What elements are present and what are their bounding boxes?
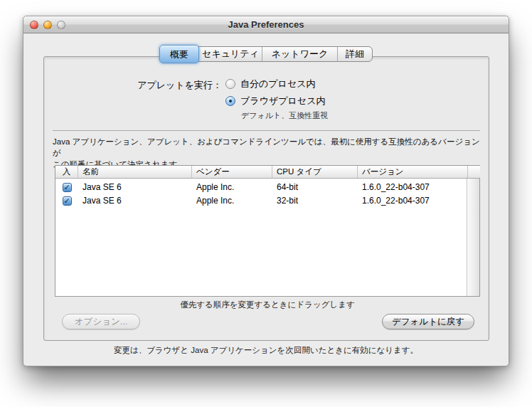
cell-name: Java SE 6 — [78, 181, 192, 194]
overview-tab-panel: アプレットを実行： 自分のプロセス内 ブラウザプロセス内 デフォルト、互換性重視… — [43, 56, 489, 341]
desktop: { "window": { "title": "Java Preferences… — [0, 0, 532, 407]
cell-version: 1.6.0_22-b04-307 — [358, 194, 468, 208]
description-line-1: Java アプリケーション、アプレット、およびコマンドラインツールでは、最初に使… — [53, 136, 482, 159]
cell-cpu-type: 32-bit — [272, 194, 358, 208]
cell-vendor: Apple Inc. — [192, 181, 272, 194]
radio-label-browser-process: ブラウザプロセス内 — [240, 95, 325, 107]
column-header-version[interactable]: バージョン — [358, 166, 468, 178]
drag-order-hint: 優先する順序を変更するときにドラッグします — [55, 300, 480, 310]
cell-vendor: Apple Inc. — [192, 194, 272, 208]
tab-details[interactable]: 詳細 — [337, 47, 372, 61]
radio-icon-browser-process[interactable] — [225, 96, 235, 106]
window-title: Java Preferences — [23, 16, 509, 33]
row-checkbox-cell: ✓ — [55, 194, 78, 208]
cell-cpu-type: 64-bit — [272, 181, 358, 194]
column-header-name[interactable]: 名前 — [78, 166, 192, 178]
radio-option-browser-process[interactable]: ブラウザプロセス内 — [225, 95, 325, 107]
java-versions-table: 入 名前 ベンダー CPU タイプ バージョン ✓ Java SE 6 Appl… — [55, 165, 480, 297]
java-preferences-window: Java Preferences 概要 セキュリティ ネットワーク 詳細 アプレ… — [23, 16, 509, 366]
radio-icon-own-process[interactable] — [225, 79, 235, 89]
table-row[interactable]: ✓ Java SE 6 Apple Inc. 64-bit 1.6.0_22-b… — [55, 181, 467, 194]
tab-bar: 概要 セキュリティ ネットワーク 詳細 — [161, 46, 373, 62]
column-header-cpu-type[interactable]: CPU タイプ — [272, 166, 358, 178]
column-header-enabled[interactable]: 入 — [55, 166, 78, 178]
table-row[interactable]: ✓ Java SE 6 Apple Inc. 32-bit 1.6.0_22-b… — [55, 194, 467, 208]
footer-note: 変更は、ブラウザと Java アプリケーションを次回開いたときに有効になります。 — [23, 345, 509, 356]
row-checkbox-cell: ✓ — [55, 181, 78, 194]
tab-security[interactable]: セキュリティ — [198, 47, 262, 61]
scrollbar-header-cell — [468, 166, 480, 178]
tab-network[interactable]: ネットワーク — [262, 47, 337, 61]
cell-version: 1.6.0_22-b04-307 — [358, 181, 468, 194]
checkbox-checked-icon[interactable]: ✓ — [63, 183, 72, 192]
tab-overview[interactable]: 概要 — [159, 45, 199, 63]
restore-defaults-button[interactable]: デフォルトに戻す — [382, 314, 474, 329]
radio-label-own-process: 自分のプロセス内 — [240, 78, 316, 90]
radio-option-own-process[interactable]: 自分のプロセス内 — [225, 78, 316, 90]
section-divider — [53, 130, 480, 131]
cell-name: Java SE 6 — [78, 194, 192, 208]
vertical-scrollbar[interactable] — [467, 179, 479, 296]
table-header: 入 名前 ベンダー CPU タイプ バージョン — [55, 166, 479, 179]
options-button: オプション... — [62, 314, 140, 329]
title-bar[interactable]: Java Preferences — [23, 16, 509, 33]
column-header-vendor[interactable]: ベンダー — [192, 166, 272, 178]
checkbox-checked-icon[interactable]: ✓ — [63, 196, 72, 206]
applet-exec-label: アプレットを実行： — [44, 79, 222, 92]
browser-process-sublabel: デフォルト、互換性重視 — [241, 110, 328, 121]
